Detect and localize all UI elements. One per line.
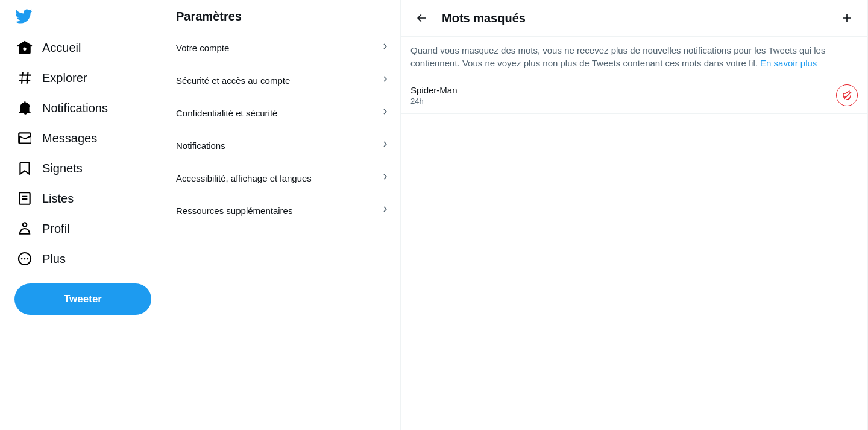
mail-icon <box>17 130 33 146</box>
en-savoir-plus-link[interactable]: En savoir plus <box>760 58 817 68</box>
settings-panel: Paramètres Votre compte Sécurité et accè… <box>166 0 401 430</box>
person-icon <box>17 221 33 236</box>
sidebar-item-label: Signets <box>42 162 83 175</box>
settings-item-ressources[interactable]: Ressources supplémentaires <box>166 194 400 227</box>
mots-masques-header: Mots masqués <box>401 0 867 37</box>
settings-item-label: Sécurité et accès au compte <box>176 75 290 86</box>
chevron-right-icon <box>380 41 391 54</box>
sidebar-item-label: Messages <box>42 131 97 145</box>
sidebar-item-label: Plus <box>42 252 66 266</box>
mots-masques-panel: Mots masqués Quand vous masquez des mots… <box>401 0 868 430</box>
sidebar-item-label: Explorer <box>42 71 87 85</box>
muted-word-row-spiderman: Spider-Man 24h <box>401 77 867 114</box>
bell-icon <box>17 100 33 116</box>
muted-word-info: Spider-Man 24h <box>410 85 458 106</box>
settings-item-votre-compte[interactable]: Votre compte <box>166 31 400 64</box>
bookmark-icon <box>17 160 33 176</box>
chevron-right-icon <box>380 171 391 185</box>
settings-item-label: Notifications <box>176 141 225 151</box>
sidebar: Accueil Explorer Notifications Messages … <box>0 0 166 430</box>
hashtag-icon <box>17 70 33 86</box>
mots-masques-title: Mots masqués <box>442 11 526 25</box>
tweet-button[interactable]: Tweeter <box>14 283 151 315</box>
sidebar-item-listes[interactable]: Listes <box>7 183 159 213</box>
chevron-right-icon <box>380 74 391 87</box>
settings-item-label: Accessibilité, affichage et langues <box>176 173 312 183</box>
header-left: Mots masqués <box>410 7 526 29</box>
add-muted-word-button[interactable] <box>836 7 858 29</box>
sidebar-item-accueil[interactable]: Accueil <box>7 33 159 63</box>
settings-title: Paramètres <box>166 0 400 31</box>
settings-item-confidentialite[interactable]: Confidentialité et sécurité <box>166 96 400 129</box>
sidebar-item-messages[interactable]: Messages <box>7 123 159 153</box>
sidebar-item-label: Profil <box>42 222 70 236</box>
sidebar-item-label: Notifications <box>42 101 108 115</box>
nav-items: Accueil Explorer Notifications Messages … <box>7 33 159 274</box>
muted-word-name: Spider-Man <box>410 85 458 95</box>
chevron-right-icon <box>380 139 391 152</box>
settings-item-label: Votre compte <box>176 43 229 53</box>
settings-items: Votre compte Sécurité et accès au compte… <box>166 31 400 227</box>
settings-item-securite[interactable]: Sécurité et accès au compte <box>166 64 400 96</box>
settings-item-accessibilite[interactable]: Accessibilité, affichage et langues <box>166 162 400 194</box>
sidebar-item-notifications[interactable]: Notifications <box>7 93 159 123</box>
chevron-right-icon <box>380 106 391 119</box>
settings-item-label: Confidentialité et sécurité <box>176 108 277 118</box>
settings-item-notifications[interactable]: Notifications <box>166 129 400 162</box>
chevron-right-icon <box>380 204 391 217</box>
sidebar-item-label: Accueil <box>42 41 81 55</box>
sidebar-item-signets[interactable]: Signets <box>7 153 159 183</box>
muted-word-duration: 24h <box>410 96 458 106</box>
twitter-logo[interactable] <box>7 0 159 30</box>
muted-words-list: Spider-Man 24h <box>401 77 867 114</box>
back-button[interactable] <box>410 7 432 29</box>
sidebar-item-explorer[interactable]: Explorer <box>7 63 159 93</box>
home-icon <box>17 40 33 55</box>
list-icon <box>17 191 33 206</box>
sidebar-item-label: Listes <box>42 192 74 206</box>
mots-masques-description: Quand vous masquez des mots, vous ne rec… <box>401 37 867 77</box>
settings-item-label: Ressources supplémentaires <box>176 206 292 216</box>
sidebar-item-plus[interactable]: Plus <box>7 244 159 274</box>
more-icon <box>17 251 33 267</box>
sidebar-item-profil[interactable]: Profil <box>7 213 159 244</box>
unmute-button[interactable] <box>836 84 858 106</box>
